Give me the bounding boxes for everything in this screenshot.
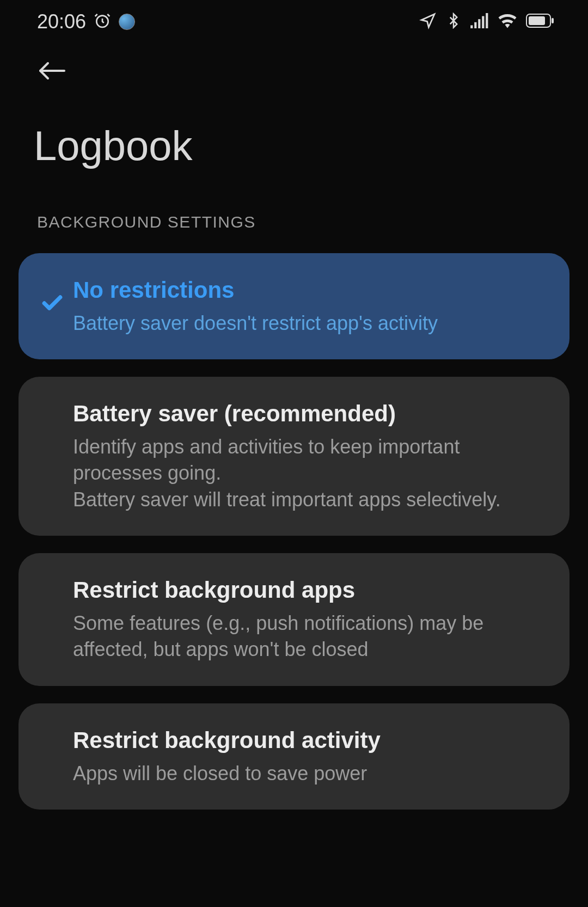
option-no-restrictions[interactable]: No restrictions Battery saver doesn't re… bbox=[19, 253, 569, 359]
option-content: No restrictions Battery saver doesn't re… bbox=[73, 276, 542, 336]
alarm-icon bbox=[94, 12, 111, 32]
option-content: Restrict background activity Apps will b… bbox=[73, 726, 542, 787]
status-time: 20:06 bbox=[37, 10, 86, 33]
app-notification-icon bbox=[119, 14, 135, 30]
svg-rect-4 bbox=[482, 16, 484, 28]
back-arrow-icon bbox=[37, 60, 68, 82]
svg-rect-8 bbox=[552, 18, 554, 23]
section-header: BACKGROUND SETTINGS bbox=[0, 213, 588, 253]
status-bar: 20:06 bbox=[0, 0, 588, 44]
option-description: Identify apps and activities to keep imp… bbox=[73, 434, 542, 513]
option-title: Restrict background activity bbox=[73, 726, 542, 755]
bluetooth-icon bbox=[445, 13, 462, 31]
status-left: 20:06 bbox=[37, 10, 135, 33]
battery-icon bbox=[526, 14, 554, 30]
option-content: Restrict background apps Some features (… bbox=[73, 576, 542, 663]
wifi-icon bbox=[498, 13, 517, 30]
location-icon bbox=[419, 12, 437, 32]
check-icon bbox=[40, 276, 72, 317]
signal-icon bbox=[470, 13, 489, 30]
options-list: No restrictions Battery saver doesn't re… bbox=[0, 253, 588, 810]
svg-rect-2 bbox=[474, 22, 476, 28]
option-title: Restrict background apps bbox=[73, 576, 542, 605]
option-description: Apps will be closed to save power bbox=[73, 761, 542, 787]
check-placeholder bbox=[40, 576, 72, 591]
status-right bbox=[419, 12, 554, 32]
check-placeholder bbox=[40, 400, 72, 415]
option-title: No restrictions bbox=[73, 276, 542, 305]
page-title: Logbook bbox=[0, 100, 588, 213]
back-button[interactable] bbox=[0, 44, 588, 100]
option-description: Some features (e.g., push notifications)… bbox=[73, 610, 542, 663]
option-restrict-activity[interactable]: Restrict background activity Apps will b… bbox=[19, 703, 569, 810]
svg-rect-5 bbox=[486, 13, 488, 28]
svg-rect-7 bbox=[529, 16, 545, 25]
svg-rect-1 bbox=[470, 25, 473, 28]
option-content: Battery saver (recommended) Identify app… bbox=[73, 400, 542, 513]
option-restrict-apps[interactable]: Restrict background apps Some features (… bbox=[19, 553, 569, 686]
option-title: Battery saver (recommended) bbox=[73, 400, 542, 428]
option-description: Battery saver doesn't restrict app's act… bbox=[73, 310, 542, 337]
option-battery-saver[interactable]: Battery saver (recommended) Identify app… bbox=[19, 377, 569, 536]
check-placeholder bbox=[40, 726, 72, 741]
svg-rect-3 bbox=[478, 19, 480, 28]
